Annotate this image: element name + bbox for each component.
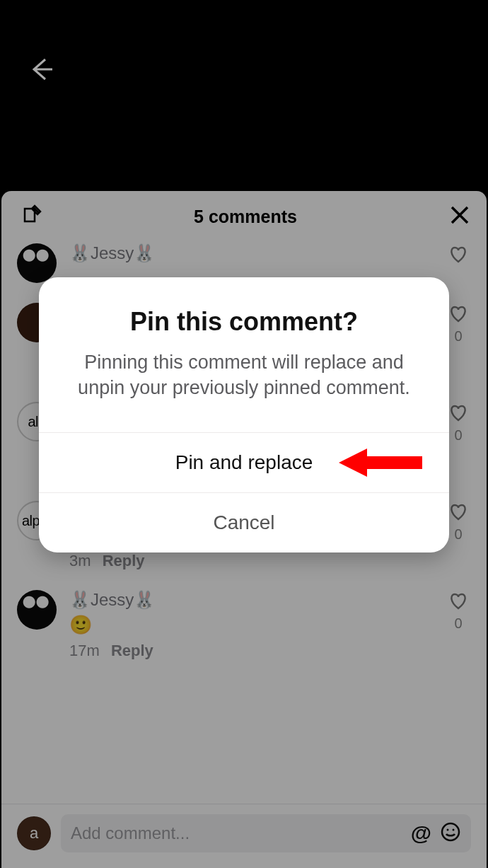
pin-and-replace-label: Pin and replace xyxy=(175,451,313,473)
video-area xyxy=(0,0,488,191)
pin-and-replace-button[interactable]: Pin and replace xyxy=(39,432,449,492)
dialog-body: Pinning this comment will replace and un… xyxy=(39,349,449,432)
annotation-arrow-icon xyxy=(339,445,424,480)
svg-marker-3 xyxy=(339,449,422,477)
pin-comment-dialog: Pin this comment? Pinning this comment w… xyxy=(39,277,449,552)
cancel-button[interactable]: Cancel xyxy=(39,492,449,552)
cancel-label: Cancel xyxy=(213,511,274,533)
dialog-title: Pin this comment? xyxy=(39,277,449,349)
back-button[interactable] xyxy=(27,55,55,83)
